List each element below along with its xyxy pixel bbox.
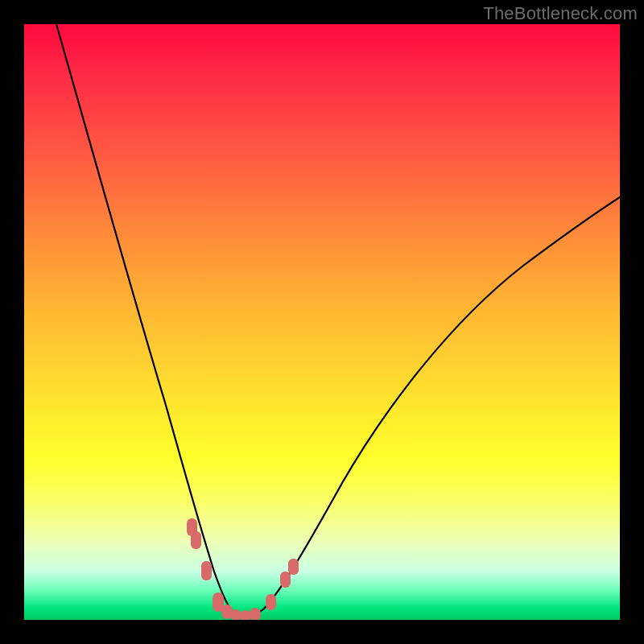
watermark-text: TheBottleneck.com <box>483 3 638 24</box>
marker-left-2 <box>191 531 201 549</box>
chart-frame: TheBottleneck.com <box>0 0 644 644</box>
plot-area <box>24 24 620 620</box>
marker-left-3 <box>201 561 212 580</box>
marker-right-2 <box>280 572 291 588</box>
marker-right-3 <box>288 559 299 575</box>
marker-bottom-4 <box>240 610 251 620</box>
bottleneck-curve <box>56 24 620 617</box>
marker-bottom-5 <box>250 608 261 620</box>
marker-right-1 <box>266 594 276 610</box>
curve-svg <box>24 24 620 620</box>
